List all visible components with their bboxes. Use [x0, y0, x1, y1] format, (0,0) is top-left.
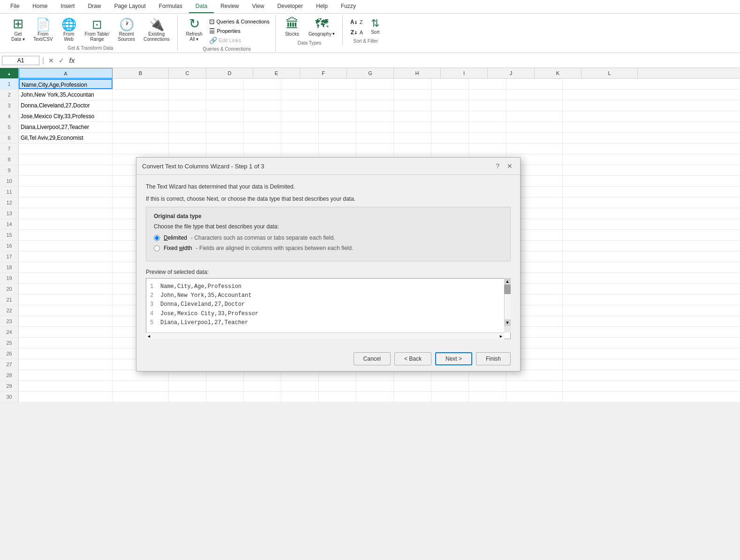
geography-button[interactable]: 🗺 Geography ▾	[305, 15, 339, 38]
table-cell[interactable]	[19, 348, 113, 359]
tab-formulas[interactable]: Formulas	[152, 0, 189, 13]
table-cell[interactable]	[206, 122, 244, 132]
table-cell[interactable]	[281, 144, 319, 154]
table-cell[interactable]	[244, 144, 281, 154]
table-cell[interactable]	[113, 122, 169, 132]
table-cell[interactable]	[19, 327, 113, 337]
table-cell[interactable]	[319, 133, 356, 143]
table-cell[interactable]	[431, 90, 469, 100]
table-cell[interactable]	[281, 111, 319, 121]
tab-file[interactable]: File	[4, 0, 26, 13]
radio-delimited[interactable]	[154, 235, 160, 241]
table-cell[interactable]	[319, 100, 356, 111]
table-cell[interactable]	[281, 100, 319, 111]
table-cell[interactable]	[19, 392, 113, 402]
table-cell[interactable]	[19, 165, 113, 175]
table-cell[interactable]	[469, 370, 506, 380]
table-cell[interactable]	[431, 392, 469, 402]
table-cell[interactable]	[506, 90, 563, 100]
queries-connections-button[interactable]: ⊡ Queries & Connections	[207, 17, 272, 26]
tab-fuzzy[interactable]: Fuzzy	[334, 0, 362, 13]
table-cell[interactable]	[356, 392, 394, 402]
table-cell[interactable]	[356, 100, 394, 111]
col-header-d[interactable]: D	[206, 68, 253, 78]
table-cell[interactable]	[431, 79, 469, 89]
table-cell[interactable]	[469, 392, 506, 402]
table-cell[interactable]	[113, 90, 169, 100]
table-cell[interactable]	[506, 144, 563, 154]
table-cell[interactable]	[319, 381, 356, 391]
col-header-c[interactable]: C	[169, 68, 206, 78]
table-cell[interactable]	[113, 392, 169, 402]
table-row[interactable]: 3Donna,Cleveland,27,Doctor	[0, 100, 740, 111]
table-cell[interactable]	[244, 122, 281, 132]
table-cell[interactable]	[19, 144, 113, 154]
table-row[interactable]: 2John,New York,35,Accountan	[0, 90, 740, 100]
table-cell[interactable]	[19, 219, 113, 229]
dialog-help-button[interactable]: ?	[494, 161, 501, 171]
table-cell[interactable]	[394, 111, 431, 121]
table-cell[interactable]	[244, 111, 281, 121]
preview-scrollbar-v[interactable]: ▲ ▼	[504, 278, 511, 333]
col-header-j[interactable]: J	[488, 68, 535, 78]
table-cell[interactable]	[206, 111, 244, 121]
col-header-g[interactable]: G	[347, 68, 394, 78]
table-cell[interactable]	[506, 79, 563, 89]
table-cell[interactable]	[113, 133, 169, 143]
table-cell[interactable]	[169, 133, 206, 143]
table-cell[interactable]	[506, 100, 563, 111]
table-cell[interactable]	[206, 381, 244, 391]
recent-sources-button[interactable]: 🕐 RecentSources	[114, 16, 139, 44]
col-header-a[interactable]: A	[19, 68, 113, 78]
table-cell[interactable]	[19, 241, 113, 251]
table-cell[interactable]	[281, 370, 319, 380]
scroll-right-arrow[interactable]: ►	[499, 334, 503, 339]
table-cell[interactable]	[319, 90, 356, 100]
table-cell[interactable]	[469, 133, 506, 143]
table-cell[interactable]	[169, 111, 206, 121]
table-cell[interactable]	[206, 392, 244, 402]
table-cell[interactable]	[19, 295, 113, 305]
tab-draw[interactable]: Draw	[81, 0, 107, 13]
table-cell[interactable]	[394, 90, 431, 100]
table-cell[interactable]	[169, 370, 206, 380]
table-row[interactable]: 29	[0, 381, 740, 392]
cancel-button[interactable]: ✕	[47, 57, 55, 64]
name-box[interactable]	[2, 56, 39, 65]
table-cell[interactable]	[206, 100, 244, 111]
from-web-button[interactable]: 🌐 FromWeb	[58, 16, 80, 44]
table-cell[interactable]	[356, 133, 394, 143]
table-cell[interactable]	[506, 370, 563, 380]
finish-button[interactable]: Finish	[476, 352, 511, 365]
table-cell[interactable]	[113, 79, 169, 89]
table-cell[interactable]	[469, 100, 506, 111]
table-cell[interactable]	[356, 370, 394, 380]
table-cell[interactable]	[113, 111, 169, 121]
table-cell[interactable]	[19, 316, 113, 326]
table-cell[interactable]	[394, 144, 431, 154]
table-cell[interactable]	[19, 187, 113, 197]
col-header-e[interactable]: E	[253, 68, 300, 78]
tab-home[interactable]: Home	[26, 0, 54, 13]
table-cell[interactable]	[206, 90, 244, 100]
radio-delimited-label[interactable]: Delimited	[164, 235, 187, 241]
table-row[interactable]: 6Gil,Tel Aviv,29,Economist	[0, 133, 740, 144]
table-cell[interactable]	[113, 381, 169, 391]
preview-box[interactable]: 1Name,City,Age,Profession2John,New York,…	[146, 278, 511, 339]
formula-input[interactable]	[78, 56, 738, 65]
tab-review[interactable]: Review	[214, 0, 245, 13]
table-cell[interactable]	[281, 392, 319, 402]
tab-page-layout[interactable]: Page Layout	[107, 0, 152, 13]
table-cell[interactable]	[431, 100, 469, 111]
table-cell[interactable]: Diana,Liverpool,27,Teacher	[19, 122, 113, 132]
table-cell[interactable]	[113, 100, 169, 111]
table-cell[interactable]	[281, 90, 319, 100]
stocks-button[interactable]: 🏛 Stocks	[280, 15, 304, 38]
cancel-dialog-button[interactable]: Cancel	[354, 352, 391, 365]
table-cell[interactable]	[319, 370, 356, 380]
scroll-left-arrow[interactable]: ◄	[147, 334, 151, 339]
table-cell[interactable]	[319, 111, 356, 121]
table-cell[interactable]	[356, 90, 394, 100]
table-cell[interactable]	[469, 90, 506, 100]
table-cell[interactable]	[206, 370, 244, 380]
